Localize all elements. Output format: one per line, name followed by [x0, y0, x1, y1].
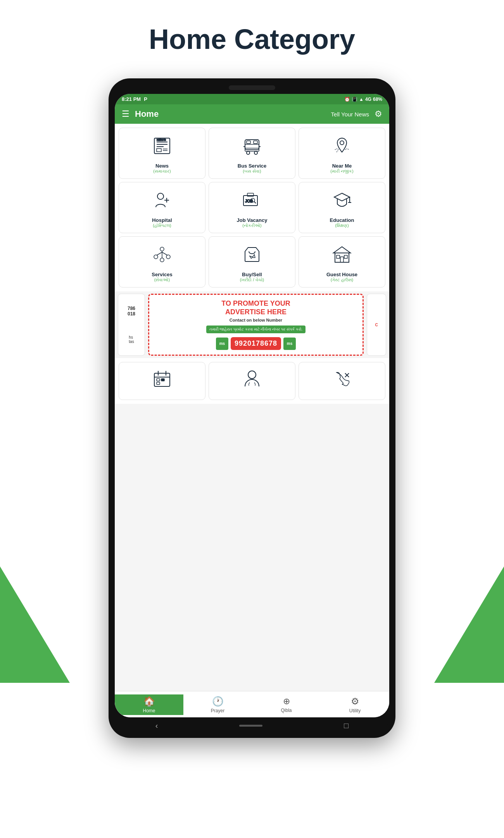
nav-utility-icon: ⚙ — [351, 696, 359, 707]
guesthouse-icon — [331, 244, 353, 268]
category-grid: NEWS News (સમાચાર) — [115, 124, 389, 291]
grid-item-nearme[interactable]: Near Me (મારી નજીક) — [299, 128, 385, 179]
ad-section: 786018 hstas TO PROMOTE YOUR ADVERTISE H… — [115, 291, 389, 358]
phone-bottom-bar: ‹ □ — [115, 717, 389, 732]
nav-home-label: Home — [143, 708, 155, 713]
ad-phone-row: ms 9920178678 ms — [216, 337, 296, 350]
home-indicator — [239, 725, 262, 727]
svg-rect-47 — [161, 379, 164, 381]
grid-item-bus[interactable]: Bus Service (બસ સેવા) — [209, 128, 295, 179]
job-label-gu: (નોકરીઓ) — [242, 223, 261, 228]
ad-right-c: C — [375, 323, 378, 327]
education-icon — [331, 189, 353, 214]
ad-left-numbers: 786018 — [128, 306, 135, 317]
time-display: 8:21 PM — [122, 96, 141, 102]
svg-point-17 — [340, 141, 344, 145]
settings-icon[interactable]: ⚙ — [375, 109, 382, 119]
ad-partial-left: 786018 hstas — [118, 294, 145, 356]
ad-left-text: hstas — [129, 335, 134, 344]
news-label-gu: (સમાચાર) — [153, 169, 171, 174]
svg-point-31 — [166, 255, 170, 259]
nearme-icon — [331, 135, 353, 160]
svg-point-18 — [157, 193, 164, 199]
alarm-icon: ⏰ — [344, 97, 350, 102]
ad-main-banner[interactable]: TO PROMOTE YOUR ADVERTISE HERE Contact o… — [148, 294, 364, 356]
nav-home[interactable]: 🏠 Home — [115, 694, 183, 715]
grid-item-person[interactable] — [209, 362, 295, 400]
bottom-category-grid — [115, 358, 389, 404]
grid-item-calendar[interactable] — [119, 362, 205, 400]
hospital-label-en: Hospital — [152, 217, 172, 223]
phone-notch — [229, 85, 275, 90]
services-label-gu: (સેવાઓ) — [154, 277, 170, 282]
svg-point-13 — [247, 151, 250, 154]
svg-point-30 — [154, 255, 158, 259]
status-right: ⏰ 📳 ▲ 4G 68% — [344, 97, 382, 102]
grid-item-services[interactable]: Services (સેવાઓ) — [119, 236, 205, 287]
grid-item-news[interactable]: NEWS News (સમાચાર) — [119, 128, 205, 179]
ad-gujarati-text: તમારી જાહેરાત પ્રમોટ કરવા માટે નીચેના નં… — [206, 326, 306, 333]
ad-ms-logo-right: ms — [283, 338, 296, 350]
recent-button[interactable]: □ — [344, 721, 349, 730]
ad-promote-title: TO PROMOTE YOUR ADVERTISE HERE — [221, 300, 290, 316]
grid-item-education[interactable]: Education (શિક્ષણ) — [299, 182, 385, 233]
bg-triangle-left — [0, 566, 70, 683]
nav-prayer-label: Prayer — [211, 708, 224, 713]
hamburger-menu-icon[interactable]: ☰ — [122, 109, 129, 119]
grid-item-phone-service[interactable] — [299, 362, 385, 400]
app-bar-left: ☰ Home — [122, 109, 159, 119]
svg-text:NEWS: NEWS — [157, 138, 166, 142]
bus-icon — [241, 135, 263, 160]
app-bar: ☰ Home Tell Your News ⚙ — [115, 104, 389, 124]
carrier-icon: P — [144, 96, 147, 102]
nav-prayer[interactable]: 🕐 Prayer — [183, 694, 252, 715]
svg-rect-40 — [340, 257, 343, 262]
nav-utility-label: Utility — [349, 708, 361, 713]
nav-utility[interactable]: ⚙ Utility — [321, 694, 389, 715]
svg-rect-11 — [254, 141, 257, 144]
services-icon — [151, 244, 173, 268]
svg-rect-37 — [335, 253, 349, 262]
education-label-en: Education — [330, 217, 354, 223]
nav-prayer-icon: 🕐 — [212, 696, 224, 707]
signal-icon: ▲ — [359, 97, 364, 102]
svg-text:JOB: JOB — [245, 199, 253, 203]
news-icon: NEWS — [151, 135, 173, 160]
nav-qibla[interactable]: ⊕ Qibla — [252, 695, 321, 715]
ad-ms-logo-left: ms — [216, 338, 228, 350]
svg-rect-38 — [337, 255, 340, 258]
education-label-gu: (શિક્ષણ) — [335, 223, 349, 228]
grid-item-guesthouse[interactable]: Guest House (ગેસ્ટ હાઉસ) — [299, 236, 385, 287]
svg-marker-26 — [334, 193, 350, 201]
svg-point-49 — [248, 371, 256, 379]
ad-partial-right: C — [367, 294, 386, 356]
nav-home-icon: 🏠 — [143, 696, 155, 707]
grid-item-job[interactable]: JOB Job Vacancy (નોકરીઓ) — [209, 182, 295, 233]
nearme-label-en: Near Me — [332, 163, 352, 169]
grid-item-hospital[interactable]: Hospital (હૉસ્પિટલ) — [119, 182, 205, 233]
svg-point-29 — [160, 247, 164, 251]
svg-rect-46 — [157, 379, 160, 381]
guesthouse-label-gu: (ગેસ્ટ હાઉસ) — [331, 277, 353, 282]
back-button[interactable]: ‹ — [155, 721, 158, 730]
svg-marker-36 — [333, 247, 350, 253]
job-label-en: Job Vacancy — [237, 217, 268, 223]
grid-item-buysell[interactable]: Buy/Sell (ખરીદો / વેચો) — [209, 236, 295, 287]
svg-rect-39 — [344, 255, 347, 258]
status-left: 8:21 PM P — [122, 96, 147, 102]
page-title: Home Category — [149, 23, 355, 55]
ad-phone-number[interactable]: 9920178678 — [231, 337, 281, 350]
app-bar-title: Home — [135, 109, 159, 119]
bus-label-gu: (બસ સેવા) — [243, 169, 261, 174]
bus-label-en: Bus Service — [238, 163, 266, 169]
guesthouse-label-en: Guest House — [326, 272, 357, 277]
svg-rect-4 — [157, 149, 161, 152]
svg-point-14 — [254, 151, 257, 154]
nearme-label-gu: (મારી નજીક) — [330, 169, 353, 174]
svg-rect-10 — [247, 141, 250, 144]
svg-line-34 — [157, 252, 162, 255]
buysell-label-gu: (ખરીદો / વેચો) — [240, 277, 264, 282]
buysell-icon — [241, 244, 263, 268]
calendar-icon — [151, 368, 173, 393]
tell-your-news-button[interactable]: Tell Your News — [331, 111, 369, 118]
